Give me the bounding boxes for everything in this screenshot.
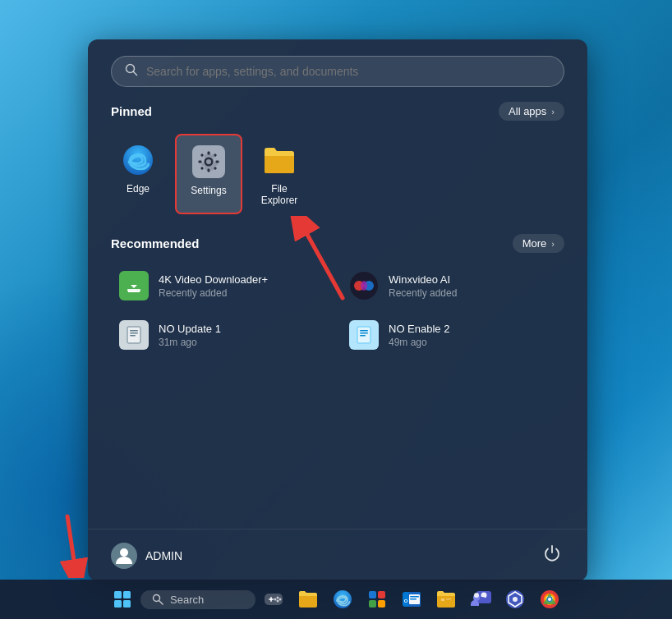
pinned-apps-grid: Edge (88, 134, 587, 214)
svg-rect-58 (437, 594, 455, 608)
svg-rect-27 (360, 332, 368, 334)
rec-item-info-no-update: NO Update 1 31m ago (159, 323, 221, 348)
settings-icon (191, 144, 227, 180)
svg-point-42 (279, 598, 282, 601)
svg-rect-34 (114, 600, 122, 608)
svg-rect-49 (369, 600, 376, 608)
svg-point-29 (120, 548, 128, 557)
svg-point-2 (123, 145, 153, 175)
rec-item-4k-downloader[interactable]: 4K Video Downloader+ Recently added (111, 264, 334, 307)
rec-item-info-winxvideo: Winxvideo AI Recently added (389, 273, 457, 299)
taskbar-item-edge[interactable] (326, 583, 359, 616)
recommended-title: Recommended (111, 236, 200, 250)
rec-icon-winxvideo (349, 271, 379, 300)
rec-item-name-no-update: NO Update 1 (159, 323, 221, 335)
svg-point-64 (474, 593, 479, 598)
rec-icon-no-update (119, 320, 149, 350)
svg-rect-28 (360, 335, 366, 337)
rec-item-time-no-update: 31m ago (159, 337, 221, 348)
taskbar: Search (0, 580, 672, 619)
svg-line-37 (159, 601, 163, 604)
rec-item-no-enable[interactable]: NO Enable 2 49m ago (341, 314, 564, 356)
all-apps-label: All apps (509, 105, 546, 117)
svg-point-41 (277, 597, 279, 599)
svg-rect-4 (208, 152, 210, 155)
taskbar-item-vpn[interactable] (499, 583, 532, 616)
rec-item-name-winxvideo: Winxvideo AI (389, 273, 457, 286)
taskbar-item-files[interactable] (292, 583, 324, 616)
user-name: ADMIN (145, 549, 182, 562)
rec-item-time-no-enable: 49m ago (389, 337, 449, 348)
rec-icon-4k-downloader (119, 271, 149, 300)
rec-item-info-no-enable: NO Enable 2 49m ago (389, 323, 449, 348)
rec-item-time-winxvideo: Recently added (389, 287, 457, 299)
rec-item-time-4k: Recently added (159, 287, 268, 299)
recommended-header: Recommended More › (111, 234, 564, 253)
svg-rect-33 (123, 591, 131, 598)
search-bar[interactable] (111, 56, 564, 87)
svg-rect-48 (378, 591, 385, 598)
taskbar-item-game[interactable] (257, 583, 290, 616)
rec-item-name-no-enable: NO Enable 2 (389, 323, 449, 335)
svg-point-36 (154, 595, 160, 602)
svg-rect-32 (114, 591, 122, 598)
taskbar-item-store[interactable] (361, 583, 394, 616)
power-button[interactable] (540, 541, 564, 570)
start-menu-footer: ADMIN (88, 529, 587, 581)
search-icon (125, 63, 138, 80)
app-item-edge[interactable]: Edge (104, 134, 172, 214)
taskbar-item-explorer[interactable] (430, 583, 463, 616)
svg-rect-7 (216, 161, 219, 163)
pinned-header: Pinned All apps › (88, 102, 587, 121)
svg-rect-60 (446, 598, 451, 600)
taskbar-item-outlook[interactable]: O (395, 583, 428, 616)
user-info[interactable]: ADMIN (111, 543, 182, 569)
svg-point-43 (277, 600, 279, 603)
taskbar-search[interactable]: Search (140, 590, 255, 609)
app-item-file-explorer[interactable]: File Explorer (246, 134, 313, 214)
svg-point-20 (361, 281, 367, 291)
all-apps-chevron-icon: › (551, 107, 555, 117)
rec-item-name-4k: 4K Video Downloader+ (159, 273, 268, 286)
taskbar-item-chrome[interactable] (533, 583, 566, 616)
svg-rect-35 (123, 600, 131, 608)
svg-rect-59 (441, 598, 444, 601)
svg-rect-5 (208, 169, 210, 172)
svg-rect-22 (130, 330, 138, 332)
user-avatar (111, 543, 137, 569)
svg-rect-55 (410, 598, 417, 600)
taskbar-center: Search (106, 583, 566, 616)
svg-rect-8 (200, 154, 204, 157)
svg-rect-13 (265, 157, 294, 173)
edge-icon (120, 142, 156, 178)
more-button[interactable]: More › (513, 234, 564, 253)
svg-rect-16 (127, 289, 140, 291)
svg-point-71 (548, 598, 551, 601)
app-label-edge: Edge (127, 183, 150, 195)
svg-rect-10 (200, 167, 204, 170)
svg-rect-45 (299, 594, 317, 608)
svg-rect-23 (130, 332, 138, 334)
svg-rect-50 (378, 600, 385, 608)
search-input[interactable] (146, 65, 550, 78)
rec-item-info-4k: 4K Video Downloader+ Recently added (159, 273, 268, 299)
rec-icon-no-enable (349, 320, 379, 350)
all-apps-button[interactable]: All apps › (499, 102, 564, 121)
pinned-title: Pinned (111, 104, 152, 118)
app-item-settings[interactable]: Settings (175, 134, 242, 214)
svg-rect-26 (360, 330, 368, 332)
file-explorer-icon (261, 142, 297, 178)
svg-rect-54 (410, 596, 419, 598)
svg-point-66 (513, 597, 518, 602)
recommended-grid: 4K Video Downloader+ Recently added Winx… (111, 264, 564, 356)
rec-item-no-update[interactable]: NO Update 1 31m ago (111, 314, 334, 356)
recommended-section: Recommended More › 4K Video Downloader+ … (88, 221, 587, 529)
svg-rect-24 (130, 335, 136, 337)
svg-text:O: O (404, 598, 408, 603)
taskbar-item-teams[interactable] (464, 583, 497, 616)
more-chevron-icon: › (551, 239, 555, 249)
taskbar-start-button[interactable] (106, 583, 139, 616)
svg-line-1 (134, 72, 137, 76)
rec-item-winxvideo[interactable]: Winxvideo AI Recently added (341, 264, 564, 307)
more-label: More (522, 237, 547, 250)
